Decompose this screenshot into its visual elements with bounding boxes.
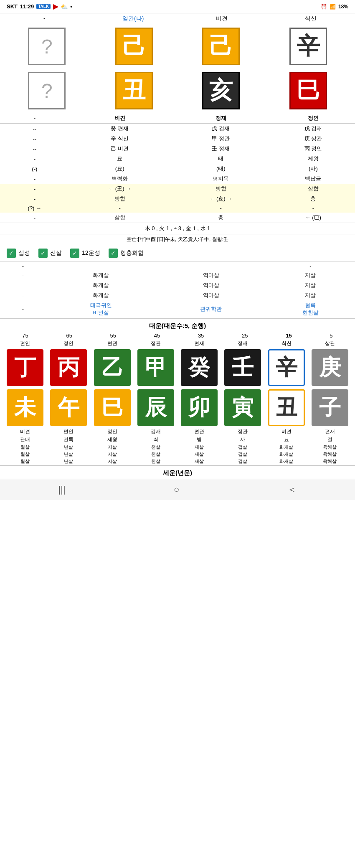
col2-label[interactable]: 일간(나) bbox=[89, 13, 178, 24]
cb-신살[interactable]: ✓ 신살 bbox=[38, 249, 62, 258]
daeun-top-7[interactable]: 庚 bbox=[312, 349, 348, 386]
col4-label: 식신 bbox=[266, 13, 355, 24]
info-row-5: (-) (묘) (태) (사) bbox=[0, 164, 355, 174]
element-row: 木 0 , 火 1 , ± 3 , 金 1 , 水 1 bbox=[0, 223, 355, 234]
daeun-top-1[interactable]: 丙 bbox=[50, 349, 87, 386]
space-row: 空亡:[年]申酉 [日]午未, 天乙貴人:子申, 월령:壬 bbox=[0, 234, 355, 245]
daeun-top-3[interactable]: 甲 bbox=[137, 349, 174, 386]
col3-label: 비견 bbox=[178, 13, 266, 24]
daeun-bot-1[interactable]: 午 bbox=[50, 389, 87, 426]
daeun-i2-7: 절 bbox=[312, 436, 348, 443]
daeun-s1-7: 육해살 bbox=[312, 444, 348, 450]
daeun-bot-2[interactable]: 巳 bbox=[94, 389, 131, 426]
info-table: - 비견 정재 정인 -- 癸 편재 戊 겁재 戊 겁재 -- 辛 식신 甲 정… bbox=[0, 113, 355, 223]
youtube-icon: ▶ bbox=[53, 3, 58, 10]
daeun-i2-0: 관대 bbox=[7, 436, 43, 443]
sal-row-3: - 화개살 역마살 지살 bbox=[0, 290, 355, 300]
sal-row-1: - 화개살 역마살 지살 bbox=[0, 270, 355, 280]
daeun-bot-4[interactable]: 卯 bbox=[181, 389, 218, 426]
char-己2: 己 bbox=[202, 28, 240, 65]
char-巳: 巳 bbox=[289, 72, 327, 109]
daeun-s3-3: 천살 bbox=[137, 458, 174, 464]
daeun-s1-2: 지살 bbox=[94, 444, 131, 450]
daeun-s3-0: 월살 bbox=[7, 458, 43, 464]
daeun-name-5: 정재 bbox=[238, 340, 248, 347]
nav-home-icon[interactable]: ○ bbox=[174, 484, 179, 495]
highlight-row-1: - ← (丑) → 방합 삼합 bbox=[0, 184, 355, 194]
cb-형충회합-box[interactable]: ✓ bbox=[109, 249, 118, 258]
info-header: - 비견 정재 정인 bbox=[0, 113, 355, 124]
daeun-s3-7: 육해살 bbox=[312, 458, 348, 464]
daeun-i2-3: 쇠 bbox=[137, 436, 174, 443]
daeun-s1-0: 월살 bbox=[7, 444, 43, 450]
daeun-i2-1: 건록 bbox=[50, 436, 87, 443]
daeun-s1-4: 재살 bbox=[181, 444, 218, 450]
daeun-title: 대운(대운수:5, 순행) bbox=[0, 318, 355, 332]
highlight-row-3: (?) → - - - bbox=[0, 204, 355, 213]
cb-십성[interactable]: ✓ 십성 bbox=[7, 249, 30, 258]
daeun-s2-7: 육해살 bbox=[312, 451, 348, 457]
daeun-sal2: 월살 년살 지살 천살 재살 겁살 화개살 육해살 bbox=[0, 451, 355, 458]
daeun-i2-6: 묘 bbox=[268, 436, 305, 443]
sal-row-link: - 태극귀인 비인살 관귀학관 협록 현침살 bbox=[0, 300, 355, 318]
status-right: ⏰ 📶 18% bbox=[321, 4, 348, 10]
highlight-row-2: - 방합 ← (亥) → 충 bbox=[0, 194, 355, 204]
dot-icon: • bbox=[70, 3, 72, 10]
daeun-num-2: 55 bbox=[110, 332, 116, 339]
daeun-num-4: 35 bbox=[198, 332, 204, 339]
char-丑: 丑 bbox=[115, 72, 153, 109]
char-辛: 辛 bbox=[289, 28, 327, 65]
daeun-s2-4: 재살 bbox=[181, 451, 218, 457]
cb-십성-box[interactable]: ✓ bbox=[7, 249, 16, 258]
top-labels: - 일간(나) 비견 식신 bbox=[0, 13, 355, 24]
sewoon-title: 세운(년운) bbox=[0, 465, 355, 479]
cb-신살-label: 신살 bbox=[50, 249, 62, 257]
nav-menu-icon[interactable]: ||| bbox=[58, 484, 66, 495]
battery: 18% bbox=[338, 4, 348, 10]
wifi-icon: 📶 bbox=[330, 4, 336, 10]
daeun-bot-5[interactable]: 寅 bbox=[224, 389, 261, 426]
daeun-bottom-chars: 未 午 巳 辰 卯 寅 丑 子 bbox=[0, 388, 355, 428]
cb-12운성[interactable]: ✓ 12운성 bbox=[70, 249, 100, 258]
char-亥: 亥 bbox=[202, 72, 240, 109]
daeun-bot-3[interactable]: 辰 bbox=[137, 389, 174, 426]
cb-형충회합-label: 형충회합 bbox=[120, 249, 144, 257]
cb-신살-box[interactable]: ✓ bbox=[38, 249, 48, 258]
nav-bar: ||| ○ ＜ bbox=[0, 479, 355, 500]
daeun-i1-3: 겁재 bbox=[137, 428, 174, 435]
sal-row-0: - - bbox=[0, 261, 355, 270]
daeun-sal3: 월살 년살 지살 천살 재살 겁살 화개살 육해살 bbox=[0, 458, 355, 465]
daeun-num-7: 5 bbox=[330, 332, 332, 339]
talk-icon: TALK bbox=[36, 4, 51, 9]
daeun-top-4[interactable]: 癸 bbox=[181, 349, 218, 386]
daeun-bot-6[interactable]: 丑 bbox=[268, 389, 305, 426]
daeun-s1-6: 화개살 bbox=[268, 444, 305, 450]
info-row-3: -- 己 비견 壬 정재 丙 정인 bbox=[0, 144, 355, 154]
daeun-s2-3: 천살 bbox=[137, 451, 174, 457]
daeun-s1-5: 겁살 bbox=[224, 444, 261, 450]
nav-back-icon[interactable]: ＜ bbox=[287, 483, 297, 496]
daeun-s1-3: 천살 bbox=[137, 444, 174, 450]
h-c2: 비견 bbox=[69, 113, 170, 124]
daeun-top-0[interactable]: 丁 bbox=[7, 349, 43, 386]
daeun-i1-4: 편관 bbox=[181, 428, 218, 435]
cb-12운성-box[interactable]: ✓ bbox=[70, 249, 79, 258]
daeun-top-6[interactable]: 辛 bbox=[268, 349, 305, 386]
daeun-names: 편인 정인 편관 정관 편재 정재 식신 상관 bbox=[0, 340, 355, 348]
daeun-name-2: 편관 bbox=[107, 340, 117, 347]
daeun-name-0: 편인 bbox=[20, 340, 30, 347]
checkbox-row: ✓ 십성 ✓ 신살 ✓ 12운성 ✓ 형충회합 bbox=[0, 245, 355, 261]
daeun-num-5: 25 bbox=[242, 332, 248, 339]
daeun-top-5[interactable]: 壬 bbox=[224, 349, 261, 386]
info-row-4: - 묘 태 제왕 bbox=[0, 154, 355, 164]
daeun-bot-0[interactable]: 未 bbox=[7, 389, 43, 426]
daeun-bot-7[interactable]: 子 bbox=[312, 389, 348, 426]
daeun-i1-6: 비견 bbox=[268, 428, 305, 435]
daeun-s1-1: 년살 bbox=[50, 444, 87, 450]
daeun-top-2[interactable]: 乙 bbox=[94, 349, 131, 386]
cb-형충회합[interactable]: ✓ 형충회합 bbox=[109, 249, 144, 258]
daeun-s3-1: 년살 bbox=[50, 458, 87, 464]
status-bar: SKT 11:29 TALK ▶ ⛅ • ⏰ 📶 18% bbox=[0, 0, 355, 13]
daeun-s2-5: 겁살 bbox=[224, 451, 261, 457]
daeun-num-3: 45 bbox=[154, 332, 160, 339]
